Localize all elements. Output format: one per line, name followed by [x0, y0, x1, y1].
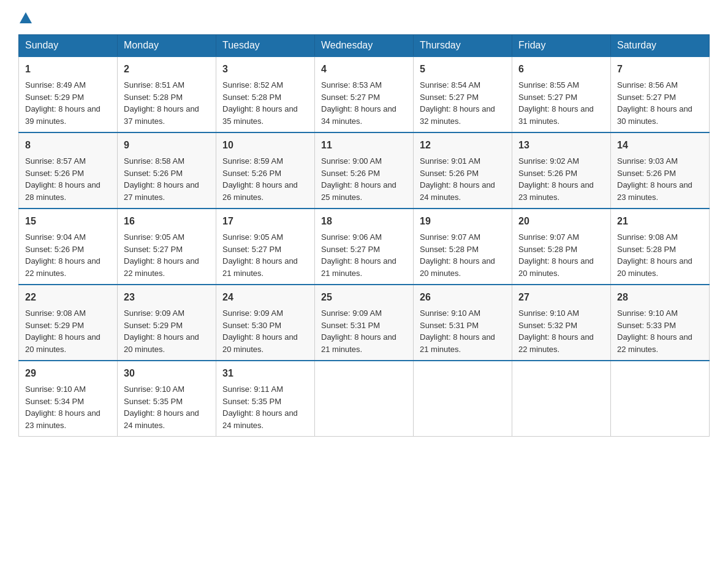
daylight-line: Daylight: 8 hours and 34 minutes.: [321, 104, 396, 126]
day-number: 11: [321, 138, 407, 153]
sunrise-line: Sunrise: 9:05 AM: [124, 232, 184, 242]
logo: [18, 12, 33, 23]
day-number: 6: [518, 62, 604, 77]
day-number: 4: [321, 62, 407, 77]
calendar-cell: 10Sunrise: 8:59 AMSunset: 5:26 PMDayligh…: [216, 132, 315, 209]
daylight-line: Daylight: 8 hours and 21 minutes.: [321, 332, 396, 354]
calendar-cell: 1Sunrise: 8:49 AMSunset: 5:29 PMDaylight…: [19, 56, 118, 132]
daylight-line: Daylight: 8 hours and 26 minutes.: [222, 180, 298, 202]
day-number: 23: [124, 290, 210, 305]
daylight-line: Daylight: 8 hours and 22 minutes.: [518, 332, 594, 354]
sunset-line: Sunset: 5:32 PM: [518, 321, 577, 330]
sunrise-line: Sunrise: 9:09 AM: [124, 308, 184, 318]
daylight-line: Daylight: 8 hours and 21 minutes.: [222, 256, 298, 278]
day-number: 22: [25, 290, 111, 305]
day-number: 26: [420, 290, 506, 305]
calendar-cell: 29Sunrise: 9:10 AMSunset: 5:34 PMDayligh…: [19, 361, 118, 437]
sunrise-line: Sunrise: 9:04 AM: [25, 232, 86, 242]
daylight-line: Daylight: 8 hours and 27 minutes.: [124, 180, 199, 202]
header-cell-sunday: Sunday: [19, 35, 118, 57]
sunrise-line: Sunrise: 9:08 AM: [617, 232, 678, 242]
sunrise-line: Sunrise: 9:05 AM: [222, 232, 283, 242]
header-cell-thursday: Thursday: [414, 35, 512, 57]
sunset-line: Sunset: 5:34 PM: [25, 397, 84, 406]
day-number: 25: [321, 290, 407, 305]
daylight-line: Daylight: 8 hours and 23 minutes.: [617, 180, 692, 202]
calendar-cell: 2Sunrise: 8:51 AMSunset: 5:28 PMDaylight…: [118, 56, 216, 132]
sunset-line: Sunset: 5:29 PM: [25, 321, 84, 330]
sunset-line: Sunset: 5:31 PM: [420, 321, 479, 330]
day-number: 13: [518, 138, 604, 153]
sunset-line: Sunset: 5:31 PM: [321, 321, 380, 330]
sunrise-line: Sunrise: 9:10 AM: [25, 385, 86, 394]
sunset-line: Sunset: 5:28 PM: [222, 93, 281, 102]
day-number: 3: [222, 62, 308, 77]
sunset-line: Sunset: 5:26 PM: [25, 245, 84, 254]
week-row-1: 1Sunrise: 8:49 AMSunset: 5:29 PMDaylight…: [19, 56, 710, 132]
day-number: 31: [222, 366, 308, 381]
sunset-line: Sunset: 5:35 PM: [124, 397, 183, 406]
sunrise-line: Sunrise: 8:56 AM: [617, 80, 678, 90]
header-cell-friday: Friday: [512, 35, 611, 57]
calendar-cell: 11Sunrise: 9:00 AMSunset: 5:26 PMDayligh…: [315, 132, 414, 209]
sunrise-line: Sunrise: 9:08 AM: [25, 308, 86, 318]
daylight-line: Daylight: 8 hours and 21 minutes.: [321, 256, 396, 278]
calendar-cell: 16Sunrise: 9:05 AMSunset: 5:27 PMDayligh…: [118, 209, 216, 285]
logo-triangle-icon: [20, 12, 32, 23]
sunset-line: Sunset: 5:27 PM: [518, 93, 577, 102]
daylight-line: Daylight: 8 hours and 30 minutes.: [617, 104, 692, 126]
calendar-cell: [315, 361, 414, 437]
sunset-line: Sunset: 5:29 PM: [124, 321, 183, 330]
sunrise-line: Sunrise: 8:57 AM: [25, 156, 86, 166]
calendar-cell: 21Sunrise: 9:08 AMSunset: 5:28 PMDayligh…: [611, 209, 710, 285]
sunset-line: Sunset: 5:26 PM: [420, 169, 479, 178]
sunrise-line: Sunrise: 9:10 AM: [518, 308, 579, 318]
sunrise-line: Sunrise: 8:54 AM: [420, 80, 480, 90]
daylight-line: Daylight: 8 hours and 24 minutes.: [222, 408, 298, 430]
sunset-line: Sunset: 5:27 PM: [321, 245, 380, 254]
daylight-line: Daylight: 8 hours and 22 minutes.: [25, 256, 100, 278]
daylight-line: Daylight: 8 hours and 21 minutes.: [420, 332, 495, 354]
sunset-line: Sunset: 5:26 PM: [518, 169, 577, 178]
calendar-cell: 12Sunrise: 9:01 AMSunset: 5:26 PMDayligh…: [414, 132, 512, 209]
day-number: 28: [617, 290, 703, 305]
sunrise-line: Sunrise: 9:06 AM: [321, 232, 382, 242]
sunset-line: Sunset: 5:30 PM: [222, 321, 281, 330]
day-number: 12: [420, 138, 506, 153]
sunset-line: Sunset: 5:26 PM: [617, 169, 676, 178]
sunrise-line: Sunrise: 8:55 AM: [518, 80, 579, 90]
sunrise-line: Sunrise: 8:58 AM: [124, 156, 184, 166]
calendar-cell: 22Sunrise: 9:08 AMSunset: 5:29 PMDayligh…: [19, 285, 118, 361]
header-cell-saturday: Saturday: [611, 35, 710, 57]
calendar-cell: 7Sunrise: 8:56 AMSunset: 5:27 PMDaylight…: [611, 56, 710, 132]
calendar-cell: 26Sunrise: 9:10 AMSunset: 5:31 PMDayligh…: [414, 285, 512, 361]
sunrise-line: Sunrise: 9:10 AM: [124, 385, 184, 394]
sunset-line: Sunset: 5:26 PM: [321, 169, 380, 178]
day-number: 9: [124, 138, 210, 153]
calendar-cell: 5Sunrise: 8:54 AMSunset: 5:27 PMDaylight…: [414, 56, 512, 132]
calendar-table: SundayMondayTuesdayWednesdayThursdayFrid…: [18, 34, 710, 437]
daylight-line: Daylight: 8 hours and 20 minutes.: [518, 256, 594, 278]
sunrise-line: Sunrise: 9:02 AM: [518, 156, 579, 166]
sunset-line: Sunset: 5:27 PM: [124, 245, 183, 254]
sunset-line: Sunset: 5:27 PM: [420, 93, 479, 102]
calendar-cell: [512, 361, 611, 437]
sunset-line: Sunset: 5:26 PM: [25, 169, 84, 178]
daylight-line: Daylight: 8 hours and 23 minutes.: [25, 408, 100, 430]
sunrise-line: Sunrise: 9:01 AM: [420, 156, 480, 166]
sunrise-line: Sunrise: 8:49 AM: [25, 80, 86, 90]
daylight-line: Daylight: 8 hours and 37 minutes.: [124, 104, 199, 126]
daylight-line: Daylight: 8 hours and 20 minutes.: [25, 332, 100, 354]
week-row-3: 15Sunrise: 9:04 AMSunset: 5:26 PMDayligh…: [19, 209, 710, 285]
sunrise-line: Sunrise: 9:09 AM: [321, 308, 382, 318]
day-number: 30: [124, 366, 210, 381]
daylight-line: Daylight: 8 hours and 24 minutes.: [124, 408, 199, 430]
page-header: [18, 12, 710, 23]
day-number: 17: [222, 214, 308, 229]
calendar-cell: 25Sunrise: 9:09 AMSunset: 5:31 PMDayligh…: [315, 285, 414, 361]
day-number: 21: [617, 214, 703, 229]
calendar-cell: 20Sunrise: 9:07 AMSunset: 5:28 PMDayligh…: [512, 209, 611, 285]
day-number: 16: [124, 214, 210, 229]
calendar-header-row: SundayMondayTuesdayWednesdayThursdayFrid…: [19, 35, 710, 57]
sunset-line: Sunset: 5:27 PM: [321, 93, 380, 102]
